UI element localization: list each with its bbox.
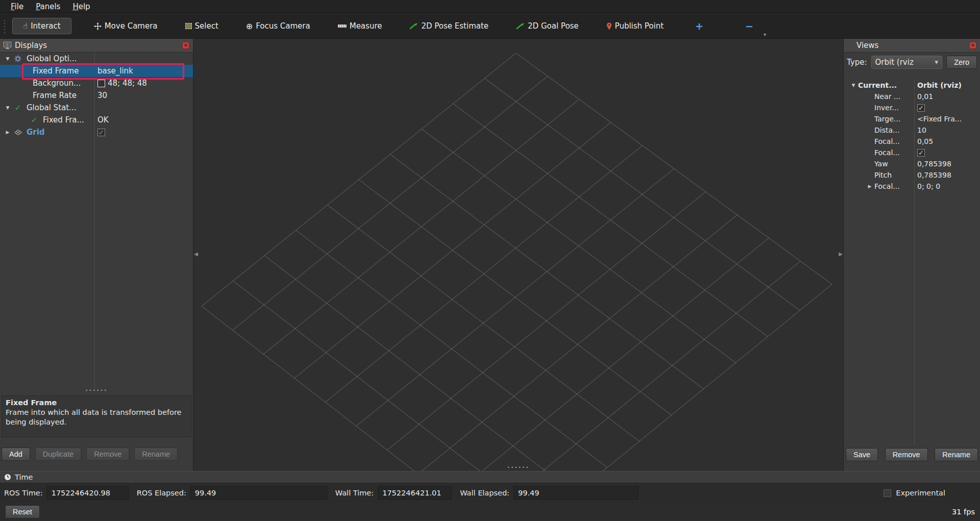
tree-row-inver-[interactable]: Inver...✓ (844, 102, 980, 113)
toolbar: ☝InteractMove CameraSelect⊕Focus CameraM… (0, 14, 980, 39)
remove-button[interactable]: Remove (885, 448, 928, 461)
property-checkbox[interactable]: ✓ (917, 104, 925, 112)
property-checkbox[interactable]: ✓ (97, 129, 105, 136)
property-value: base_link (97, 66, 133, 76)
tool-label: Focus Camera (256, 21, 310, 31)
tool-move-camera[interactable]: Move Camera (89, 18, 163, 34)
time-field-text: 1752246420.98 (52, 489, 110, 497)
color-swatch[interactable] (97, 80, 105, 87)
expander-down-icon[interactable]: ▼ (3, 56, 12, 61)
chevron-down-icon: ▼ (935, 60, 938, 65)
tree-row-global-opti-[interactable]: ▼Global Opti... (0, 53, 193, 65)
check-icon: ✓ (29, 115, 40, 125)
toolbar-grip-handle[interactable] (3, 19, 6, 33)
right-panel-collapse-handle[interactable]: ▶ (838, 39, 843, 471)
tool-2d-goal-pose[interactable]: 2D Goal Pose (511, 18, 584, 34)
tree-row-yaw[interactable]: Yaw0,785398 (844, 158, 980, 169)
tool-focus-camera[interactable]: ⊕Focus Camera (241, 18, 315, 34)
tree-row-frame-rate[interactable]: Frame Rate30 (0, 89, 193, 102)
property-name-cell: Fixed Frame (0, 65, 94, 77)
tree-row-current-[interactable]: ▼Current...Orbit (rviz) (844, 80, 980, 91)
monitor-icon (4, 42, 11, 49)
ruler-icon (338, 24, 347, 28)
tree-row-backgroun-[interactable]: Backgroun...48; 48; 48 (0, 77, 193, 89)
views-panel-title: Views (856, 41, 878, 50)
property-name: Current... (858, 81, 897, 89)
property-value-cell: Orbit (rviz) (914, 80, 980, 91)
rename-button[interactable]: Rename (935, 448, 978, 461)
expander-down-icon[interactable]: ▼ (3, 105, 12, 110)
chevron-down-icon[interactable]: ▾ (764, 32, 766, 37)
status-ok-icon: ✓ (15, 103, 21, 112)
property-value-cell: 0,785398 (914, 158, 980, 169)
menu-item-help[interactable]: Help (67, 1, 95, 12)
displays-close-icon[interactable]: × (182, 42, 189, 49)
add-button[interactable]: Add (2, 448, 30, 461)
tree-row-focal-[interactable]: Focal...✓ (844, 147, 980, 158)
tree-row-targe-[interactable]: Targe...<Fixed Fra... (844, 113, 980, 125)
minus-icon: − (745, 22, 753, 30)
time-field-value[interactable]: 1752246420.98 (47, 486, 129, 500)
zero-button[interactable]: Zero (946, 56, 977, 69)
view-type-dropdown[interactable]: Orbit (rviz ▼ (871, 56, 943, 69)
views-panel: Views × Type: Orbit (rviz ▼ Zero ▼Curren… (844, 39, 980, 471)
tree-row-focal-[interactable]: ▶Focal...0; 0; 0 (844, 181, 980, 192)
reset-button[interactable]: Reset (5, 505, 40, 518)
tool-interact[interactable]: ☝Interact (12, 18, 71, 34)
tree-row-dista-[interactable]: Dista...10 (844, 125, 980, 136)
expander-right-icon[interactable]: ▶ (3, 130, 12, 135)
property-name: Yaw (874, 160, 888, 168)
property-name-cell: Pitch (844, 169, 914, 181)
3d-viewport[interactable]: ◀ ▶ •••••• (193, 39, 844, 471)
tool-label: Select (195, 21, 218, 31)
property-name: Focal... (874, 137, 900, 145)
menu-item-panels[interactable]: Panels (30, 1, 66, 12)
collapse-right-icon[interactable]: ▶ (839, 251, 843, 257)
property-value: <Fixed Fra... (917, 115, 962, 123)
tree-row-fixed-fra-[interactable]: ✓Fixed Fra...OK (0, 114, 193, 126)
time-field-wall-time-: Wall Time:1752246421.01 (335, 486, 452, 500)
views-panel-header: Views × (844, 39, 980, 53)
displays-splitter-handle[interactable]: •••••• (0, 388, 193, 395)
remove-tool-button[interactable]: −▾ (740, 19, 758, 33)
time-field-value[interactable]: 99.49 (513, 486, 639, 500)
displays-tree: ▼Global Opti...Fixed Framebase_linkBackg… (0, 53, 193, 388)
tool-select[interactable]: Select (180, 18, 224, 34)
add-tool-button[interactable]: + (690, 19, 708, 33)
property-name-cell: Backgroun... (0, 77, 94, 89)
bottom-splitter-handle[interactable]: •••••• (507, 465, 530, 470)
menu-item-file[interactable]: File (5, 1, 29, 12)
property-value: 0,785398 (917, 160, 951, 168)
property-value: Orbit (rviz) (917, 81, 962, 89)
expander-down-icon[interactable]: ▼ (849, 83, 858, 88)
tool-label: Move Camera (105, 21, 158, 31)
select-box-icon (185, 23, 192, 29)
property-name-cell: ▼Current... (844, 80, 914, 91)
tree-row-pitch[interactable]: Pitch0,785398 (844, 169, 980, 181)
tree-row-fixed-frame[interactable]: Fixed Framebase_link (0, 65, 193, 77)
experimental-checkbox[interactable] (884, 489, 891, 497)
time-field-value[interactable]: 1752246421.01 (378, 486, 452, 500)
tool-2d-pose-estimate[interactable]: 2D Pose Estimate (404, 18, 494, 34)
grid-plane (193, 39, 844, 471)
property-name: Frame Rate (33, 91, 77, 100)
tree-row-near-[interactable]: Near ...0,01 (844, 91, 980, 102)
property-checkbox[interactable]: ✓ (917, 149, 925, 157)
collapse-left-icon[interactable]: ◀ (194, 251, 198, 257)
tool-publish-point[interactable]: Publish Point (601, 18, 669, 34)
tool-measure[interactable]: Measure (333, 18, 387, 34)
move-icon (94, 22, 102, 30)
time-field-value[interactable]: 99.49 (190, 486, 327, 500)
tree-row-focal-[interactable]: Focal...0,05 (844, 136, 980, 147)
tree-row-grid[interactable]: ▶Grid✓ (0, 126, 193, 138)
views-tree: ▼Current...Orbit (rviz)Near ...0,01Inver… (844, 80, 980, 445)
time-field-ros-time-: ROS Time:1752246420.98 (4, 486, 129, 500)
tree-row-global-stat-[interactable]: ▼✓Global Stat... (0, 102, 193, 114)
save-button[interactable]: Save (846, 448, 878, 461)
property-name: Fixed Fra... (43, 115, 84, 125)
tool-label: Interact (31, 21, 61, 31)
clock-icon (4, 474, 11, 481)
expander-right-icon[interactable]: ▶ (865, 184, 874, 189)
left-panel-collapse-handle[interactable]: ◀ (193, 39, 199, 471)
views-close-icon[interactable]: × (969, 42, 976, 49)
